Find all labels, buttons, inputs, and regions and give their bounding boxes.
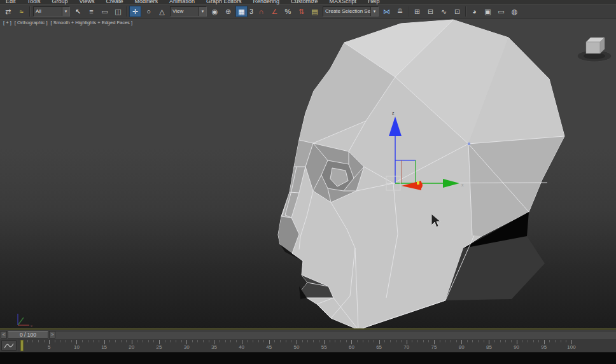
select-and-move-button[interactable]: ✛ (129, 6, 141, 17)
select-by-name-button[interactable]: ≡ (85, 6, 97, 17)
ruler-tick (230, 340, 231, 342)
ruler-tick (132, 340, 132, 344)
viewport[interactable]: zxx [ + ] [ Orthographic ] [ Smooth + Hi… (0, 18, 616, 328)
ruler-tick (484, 340, 484, 342)
render-setup-button[interactable]: ▣ (482, 6, 494, 17)
ruler-tick (505, 340, 506, 342)
ruler-tick (472, 340, 473, 342)
toolbar-separator (408, 6, 409, 17)
chevron-down-icon[interactable]: ▾ (62, 7, 69, 16)
current-frame-marker[interactable] (20, 340, 24, 351)
use-pivot-point-center-button[interactable]: ◉ (209, 6, 221, 17)
previous-frame-button[interactable]: < (1, 331, 7, 339)
ruler-tick (324, 340, 325, 344)
toolbar-separator (29, 6, 31, 17)
render-production-button[interactable]: ◍ (508, 6, 521, 17)
viewcube-front-face[interactable] (586, 42, 600, 53)
track-bar[interactable]: 5101520253035404550556065707580859095100 (0, 339, 616, 353)
frame-label-15: 15 (101, 344, 107, 350)
time-slider-track[interactable] (0, 331, 616, 339)
menu-create[interactable]: Create (100, 0, 129, 4)
ruler-tick (253, 340, 253, 342)
ruler-tick (286, 340, 286, 342)
menu-views[interactable]: Views (74, 0, 101, 4)
frame-label-60: 60 (349, 344, 354, 350)
menu-group[interactable]: Group (46, 0, 74, 4)
menu-customize[interactable]: Customize (285, 0, 324, 4)
selection-filter-dropdown[interactable]: All▾ (33, 6, 70, 17)
rendered-frame-window-button[interactable]: ▭ (495, 6, 507, 17)
select-object-button[interactable]: ↖ (72, 6, 84, 17)
menu-modifiers[interactable]: Modifiers (129, 0, 164, 4)
frame-label-100: 100 (567, 344, 575, 350)
ruler-tick (121, 340, 122, 342)
keyboard-shortcut-override-toggle[interactable]: ▦ (235, 6, 248, 17)
ruler-tick (561, 340, 561, 342)
viewport-shading-menu[interactable]: [ Smooth + Highlights + Edged Faces ] (51, 20, 132, 25)
chevron-down-icon[interactable]: ▾ (370, 7, 378, 16)
ruler-tick (197, 340, 198, 342)
ruler-tick (571, 340, 572, 344)
snap-toggle[interactable]: ∩ (255, 6, 267, 17)
reference-coordinate-system-dropdown[interactable]: View▾ (170, 6, 207, 17)
chevron-down-icon[interactable]: ▾ (199, 7, 206, 16)
percent-snap-toggle[interactable]: % (282, 6, 294, 17)
spinner-snap-toggle[interactable]: ⇅ (295, 6, 307, 17)
world-axis-x-label: x (31, 324, 32, 328)
ruler-tick (143, 340, 143, 342)
viewport-pov-menu[interactable]: [ Orthographic ] (15, 20, 48, 25)
select-and-manipulate-button[interactable]: ⊕ (222, 6, 234, 17)
ruler-tick (549, 340, 550, 342)
schematic-view-button[interactable]: ⊡ (451, 6, 463, 17)
ruler-tick (291, 340, 291, 342)
ruler-tick (159, 340, 160, 344)
material-editor-button[interactable]: ◕ (468, 6, 480, 17)
named-selection-sets-dropdown[interactable]: Create Selection Se▾ (323, 6, 379, 17)
ruler-tick (319, 340, 319, 342)
ruler-tick (533, 340, 534, 342)
ruler-tick (335, 340, 335, 342)
mini-curve-editor-button[interactable] (1, 340, 17, 351)
menu-maxscript[interactable]: MAXScript (324, 0, 363, 4)
menu-animation[interactable]: Animation (164, 0, 200, 4)
select-and-rotate-button[interactable]: ○ (143, 6, 155, 17)
frame-label-30: 30 (184, 344, 190, 350)
frame-label-55: 55 (321, 344, 327, 350)
select-and-scale-button[interactable]: △ (156, 6, 168, 17)
track-bar-ruler[interactable]: 5101520253035404550556065707580859095100 (18, 339, 616, 352)
frame-label-75: 75 (431, 344, 437, 350)
ruler-tick (478, 340, 479, 342)
viewport-general-menu[interactable]: [ + ] (3, 20, 11, 25)
bind-to-space-warp-button[interactable]: ≈ (15, 6, 27, 17)
menu-tools[interactable]: Tools (22, 0, 46, 4)
time-slider-thumb[interactable]: 0 / 100 (8, 331, 48, 339)
ruler-tick (456, 340, 457, 342)
ruler-tick (522, 340, 522, 342)
curve-editor-button[interactable]: ∿ (438, 6, 450, 17)
next-frame-button[interactable]: > (49, 331, 55, 339)
ruler-tick (115, 340, 116, 342)
menu-rendering[interactable]: Rendering (248, 0, 286, 4)
window-crossing-toggle[interactable]: ◫ (112, 6, 124, 17)
ruler-tick (517, 340, 517, 344)
rectangular-selection-region-button[interactable]: ▭ (99, 6, 111, 17)
ruler-tick (236, 340, 237, 342)
frame-label-80: 80 (459, 344, 465, 350)
align-button[interactable]: ≞ (394, 6, 406, 17)
mirror-button[interactable]: ⋈ (381, 6, 393, 17)
ruler-tick (500, 340, 501, 342)
scene-canvas[interactable]: zxx (0, 18, 616, 328)
angle-snap-toggle[interactable]: ∠ (269, 6, 281, 17)
edit-named-selection-sets-button[interactable]: ▤ (309, 6, 321, 17)
ruler-tick (269, 340, 270, 344)
ruler-tick (170, 340, 171, 342)
select-and-link-button[interactable]: ⇄ (2, 6, 14, 17)
ruler-tick (440, 340, 440, 342)
vertex-marker[interactable] (468, 143, 470, 145)
ruler-tick (396, 340, 396, 342)
menu-help[interactable]: Help (362, 0, 386, 4)
manage-layers-button[interactable]: ⊞ (411, 6, 423, 17)
graphite-modeling-ribbon-toggle[interactable]: ⊟ (424, 6, 437, 17)
menu-edit[interactable]: Edit (0, 0, 22, 4)
menu-graph-editors[interactable]: Graph Editors (200, 0, 248, 4)
